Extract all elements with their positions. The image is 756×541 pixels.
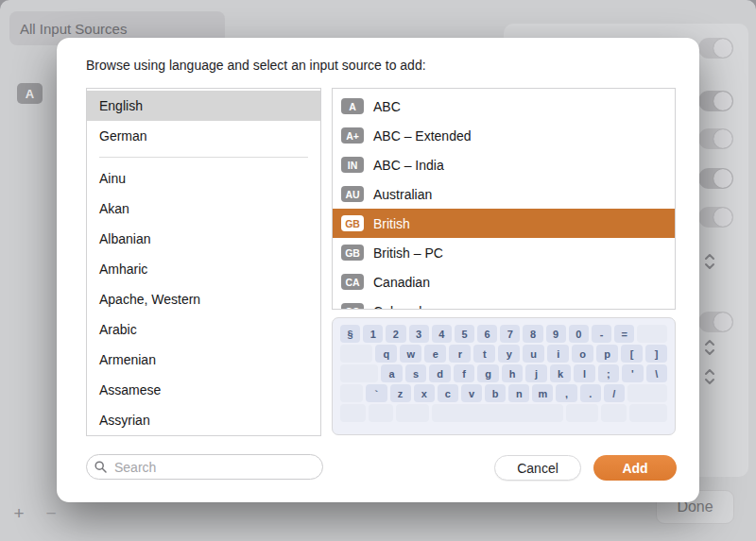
keyboard-key: g bbox=[477, 364, 498, 382]
keyboard-key: 1 bbox=[363, 325, 383, 343]
source-badge: CA bbox=[341, 274, 364, 290]
keyboard-key: q bbox=[375, 345, 397, 363]
keyboard-key: n bbox=[508, 384, 529, 402]
keyboard-key: v bbox=[461, 384, 482, 402]
keyboard-key: , bbox=[556, 384, 576, 402]
dialog-title: Browse using language and select an inpu… bbox=[86, 58, 426, 73]
toggle-switch[interactable] bbox=[698, 207, 733, 228]
source-row[interactable]: AUAustralian bbox=[333, 179, 675, 209]
keyboard-key: f bbox=[454, 364, 474, 382]
keyboard-key: p bbox=[596, 345, 618, 363]
keyboard-key: m bbox=[532, 384, 553, 402]
keyboard-key: 9 bbox=[546, 325, 566, 343]
keyboard-key: ; bbox=[598, 364, 619, 382]
add-button[interactable]: Add bbox=[593, 455, 677, 481]
keyboard-key: c bbox=[438, 384, 458, 402]
keyboard-key: / bbox=[604, 384, 625, 402]
source-row[interactable]: CACanadian bbox=[333, 267, 675, 296]
toggle-switch[interactable] bbox=[698, 91, 733, 111]
keyboard-key: o bbox=[572, 345, 593, 363]
keyboard-key: w bbox=[400, 345, 421, 363]
toggle-switch[interactable] bbox=[698, 168, 733, 189]
toggle-knob bbox=[713, 129, 732, 148]
source-row[interactable]: INABC – India bbox=[333, 150, 675, 179]
source-label: Canadian bbox=[373, 275, 430, 290]
keyboard-key bbox=[340, 345, 372, 363]
keyboard-key: 6 bbox=[477, 325, 497, 343]
source-row[interactable]: COColemak bbox=[333, 296, 675, 310]
keyboard-key bbox=[340, 364, 378, 382]
source-label: British – PC bbox=[373, 245, 443, 261]
keyboard-key bbox=[340, 384, 363, 402]
toggle-knob bbox=[713, 313, 732, 331]
source-row[interactable]: A+ABC – Extended bbox=[333, 121, 675, 150]
toggle-knob bbox=[713, 39, 732, 58]
toggle-knob bbox=[713, 208, 732, 227]
source-row[interactable]: GBBritish – PC bbox=[333, 238, 675, 267]
language-row[interactable]: Armenian bbox=[87, 345, 320, 375]
toggle-switch[interactable] bbox=[698, 128, 733, 149]
keyboard-key: y bbox=[498, 345, 520, 363]
keyboard-key: s bbox=[405, 364, 426, 382]
keyboard-key: - bbox=[592, 325, 611, 343]
language-row[interactable]: Apache, Western bbox=[87, 284, 320, 314]
source-label: ABC – Extended bbox=[373, 128, 472, 144]
language-row[interactable]: Albanian bbox=[87, 224, 320, 254]
keyboard-key: z bbox=[390, 384, 411, 402]
remove-input-source-button[interactable]: − bbox=[40, 503, 62, 524]
source-label: Australian bbox=[373, 187, 432, 202]
toggle-switch[interactable] bbox=[698, 38, 733, 59]
language-divider bbox=[87, 151, 320, 163]
source-row[interactable]: AABC bbox=[333, 92, 675, 121]
language-row[interactable]: Ainu bbox=[87, 163, 320, 194]
keyboard-key: b bbox=[485, 384, 506, 402]
keyboard-key bbox=[340, 404, 366, 422]
stepper-icon[interactable] bbox=[703, 338, 716, 357]
keyboard-row: asdfghjkl;'\ bbox=[340, 364, 667, 382]
language-list[interactable]: EnglishGermanAinuAkanAlbanianAmharicApac… bbox=[86, 88, 321, 436]
language-row[interactable]: English bbox=[87, 91, 320, 121]
input-source-badge: A bbox=[17, 83, 43, 104]
stepper-icon[interactable] bbox=[703, 367, 716, 386]
keyboard-key: r bbox=[449, 345, 471, 363]
keyboard-key: ' bbox=[622, 364, 643, 382]
settings-window: All Input Sources A + − Done Browse usin… bbox=[0, 0, 756, 541]
add-input-source-dialog: Browse using language and select an inpu… bbox=[57, 38, 699, 502]
source-badge: A+ bbox=[341, 127, 364, 144]
keyboard-row bbox=[340, 404, 667, 422]
language-row[interactable]: Arabic bbox=[87, 314, 320, 345]
keyboard-key: 4 bbox=[432, 325, 452, 343]
add-input-source-button[interactable]: + bbox=[8, 503, 30, 524]
language-row[interactable]: Amharic bbox=[87, 254, 320, 284]
source-list[interactable]: AABCA+ABC – ExtendedINABC – IndiaAUAustr… bbox=[332, 88, 676, 310]
keyboard-key: x bbox=[414, 384, 435, 402]
language-row[interactable]: Akan bbox=[87, 194, 320, 224]
language-row[interactable]: Assyrian bbox=[87, 405, 320, 435]
search-field[interactable] bbox=[86, 454, 323, 480]
search-input[interactable] bbox=[112, 459, 296, 476]
keyboard-key bbox=[637, 325, 667, 343]
keyboard-key bbox=[432, 404, 563, 422]
source-badge: GB bbox=[341, 245, 364, 261]
toggle-switch[interactable] bbox=[698, 312, 733, 332]
keyboard-row: `zxcvbnm,./ bbox=[340, 384, 667, 402]
keyboard-key: . bbox=[580, 384, 601, 402]
keyboard-key bbox=[627, 384, 667, 402]
keyboard-key: i bbox=[547, 345, 569, 363]
keyboard-key: [ bbox=[621, 345, 643, 363]
keyboard-key: 3 bbox=[409, 325, 429, 343]
keyboard-key bbox=[396, 404, 429, 422]
keyboard-key: e bbox=[424, 345, 446, 363]
language-row[interactable]: German bbox=[87, 121, 320, 151]
language-row[interactable]: Assamese bbox=[87, 375, 320, 405]
keyboard-key: = bbox=[614, 325, 634, 343]
cancel-button[interactable]: Cancel bbox=[494, 455, 581, 481]
toggle-knob bbox=[713, 92, 732, 110]
keyboard-preview: §1234567890-=qwertyuiop[]asdfghjkl;'\`zx… bbox=[332, 317, 676, 435]
keyboard-key: ` bbox=[366, 384, 387, 402]
search-icon bbox=[94, 461, 107, 473]
keyboard-key: 7 bbox=[500, 325, 520, 343]
stepper-icon[interactable] bbox=[703, 252, 716, 271]
source-row[interactable]: GBBritish bbox=[333, 209, 675, 238]
keyboard-key bbox=[566, 404, 599, 422]
